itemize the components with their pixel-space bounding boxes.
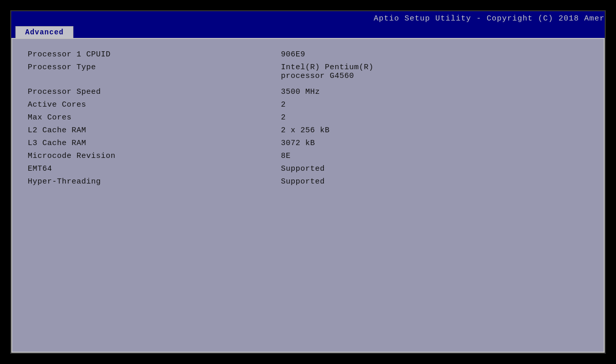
screen-wrapper: Aptio Setup Utility - Copyright (C) 2018… (0, 0, 616, 364)
info-label: L2 Cache RAM (27, 124, 280, 137)
info-value: Supported (280, 175, 589, 188)
table-row: Active Cores2 (27, 98, 589, 111)
table-row: Microcode Revision8E (27, 150, 589, 163)
table-row: L3 Cache RAM3072 kB (27, 137, 589, 150)
info-label: Hyper-Threading (27, 175, 280, 188)
info-value: 3072 kB (280, 137, 589, 150)
table-row: Processor TypeIntel(R) Pentium(R)process… (27, 61, 589, 83)
bios-screen: Aptio Setup Utility - Copyright (C) 2018… (10, 10, 606, 354)
content-area: Processor 1 CPUID906E9Processor TypeInte… (11, 38, 605, 353)
title-bar: Aptio Setup Utility - Copyright (C) 2018… (11, 11, 605, 26)
title-text: Aptio Setup Utility - Copyright (C) 2018… (374, 14, 605, 23)
info-value: Supported (280, 163, 589, 175)
info-label: Processor Speed (27, 83, 280, 98)
table-row: Processor 1 CPUID906E9 (27, 48, 589, 61)
info-label: Max Cores (27, 111, 280, 124)
info-value: 2 (280, 111, 589, 124)
info-value: 8E (280, 150, 589, 163)
info-label: Processor 1 CPUID (27, 48, 280, 61)
info-label: L3 Cache RAM (27, 137, 280, 150)
info-label: EMT64 (27, 163, 280, 175)
info-value: 3500 MHz (280, 83, 589, 98)
tab-bar: Advanced (11, 26, 605, 38)
table-row: EMT64Supported (27, 163, 589, 175)
info-label: Active Cores (27, 98, 280, 111)
info-value: 2 (280, 98, 589, 111)
tab-advanced[interactable]: Advanced (15, 26, 73, 38)
info-label: Microcode Revision (27, 150, 280, 163)
table-row: Max Cores2 (27, 111, 589, 124)
table-row: Processor Speed3500 MHz (27, 83, 589, 98)
table-row: Hyper-ThreadingSupported (27, 175, 589, 188)
info-value: 2 x 256 kB (280, 124, 589, 137)
info-table: Processor 1 CPUID906E9Processor TypeInte… (27, 48, 589, 188)
table-row: L2 Cache RAM2 x 256 kB (27, 124, 589, 137)
info-value: 906E9 (280, 48, 589, 61)
info-value: Intel(R) Pentium(R)processor G4560 (280, 61, 589, 83)
info-label: Processor Type (27, 61, 280, 83)
